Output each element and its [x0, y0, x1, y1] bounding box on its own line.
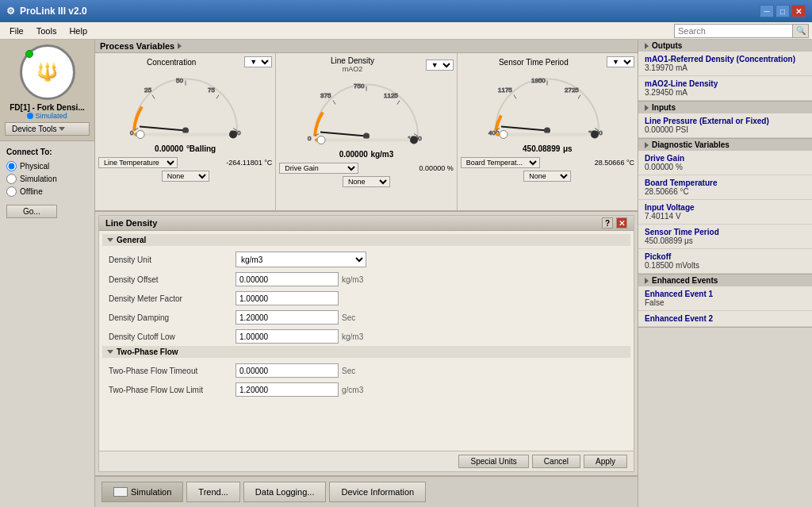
config-row-density-unit: Density Unit kg/m3	[102, 249, 630, 270]
diagnostic-label: Diagnostic Variables	[652, 140, 730, 149]
gauge-sensor-time-period-sub: Board Temperat... 28.50666 °C	[461, 157, 634, 168]
config-close-button[interactable]: ✕	[616, 217, 627, 229]
svg-rect-28	[315, 139, 418, 142]
device-tools-button[interactable]: Device Tools	[5, 122, 90, 136]
search-button[interactable]: 🔍	[793, 24, 809, 38]
density-offset-unit: kg/m3	[342, 275, 363, 284]
output-mao1-value: 3.19970 mA	[645, 63, 806, 72]
density-damping-input[interactable]	[236, 310, 339, 325]
config-row-density-cutoff-low: Density Cutoff Low kg/m3	[102, 327, 630, 346]
enhanced-event-1: Enhanced Event 1 False	[638, 286, 812, 311]
config-row-two-phase-timeout: Two-Phase Flow Timeout Sec	[102, 361, 630, 380]
trend-label: Trend...	[198, 487, 228, 497]
config-section-two-phase-flow[interactable]: Two-Phase Flow	[102, 346, 630, 358]
density-cutoff-low-input[interactable]	[236, 329, 339, 344]
config-section-general[interactable]: General	[102, 234, 630, 246]
svg-point-15	[229, 131, 237, 139]
diag-pickoff-value: 0.18500 mVolts	[645, 261, 806, 270]
output-mao2: mAO2-Line Density 3.29450 mA	[638, 76, 812, 101]
gauge-line-density-sub-select[interactable]: Drive Gain	[279, 163, 358, 174]
special-units-button[interactable]: Special Units	[458, 455, 528, 468]
svg-text:1175: 1175	[498, 86, 512, 94]
radio-physical[interactable]: Physical	[6, 161, 88, 171]
density-meter-factor-input[interactable]	[236, 291, 339, 305]
svg-line-33	[514, 95, 516, 99]
diag-input-voltage: Input Voltage 7.40114 V	[638, 200, 812, 225]
data-logging-button[interactable]: Data Logging...	[243, 482, 327, 502]
sim-dot-icon	[27, 113, 33, 119]
center-content: Process Variables Concentration ▼	[95, 40, 638, 507]
diag-drive-gain-value: 0.00000 %	[645, 163, 806, 171]
maximize-button[interactable]: □	[776, 5, 790, 17]
gauge-sensor-time-period: Sensor Time Period ▼ 400 1	[458, 53, 638, 210]
inputs-expand-icon	[645, 105, 649, 111]
svg-line-17	[333, 101, 335, 105]
enhanced-event-2: Enhanced Event 2	[638, 311, 812, 327]
trend-button[interactable]: Trend...	[186, 482, 240, 502]
density-unit-select[interactable]: kg/m3	[236, 252, 366, 267]
gauge-line-density-unit: mAO2	[279, 65, 425, 73]
gauge-sensor-time-period-none-select[interactable]: None	[523, 171, 571, 182]
svg-line-42	[501, 127, 547, 131]
diag-pickoff: Pickoff 0.18500 mVolts	[638, 249, 812, 274]
gauge-sensor-time-period-sub-select[interactable]: Board Temperat...	[461, 157, 540, 168]
radio-simulation[interactable]: Simulation	[6, 174, 88, 184]
inputs-header[interactable]: Inputs	[638, 102, 812, 113]
menu-help[interactable]: Help	[63, 25, 94, 37]
menu-tools[interactable]: Tools	[30, 25, 63, 37]
gauge-line-density-dropdown[interactable]: ▼	[426, 60, 454, 71]
diag-board-temp-value: 28.50666 °C	[645, 187, 806, 196]
gauge-concentration-sub-select[interactable]: Line Temperature	[98, 157, 178, 168]
gauge-line-density-title: Line Density	[279, 56, 425, 65]
outputs-header[interactable]: Outputs	[638, 40, 812, 52]
gauge-line-density-sub-value: 0.00000 %	[419, 164, 454, 172]
gauge-concentration-none-select[interactable]: None	[162, 171, 209, 182]
gauge-sensor-time-period-title: Sensor Time Period	[461, 58, 607, 67]
density-offset-label: Density Offset	[109, 275, 236, 284]
svg-point-11	[182, 128, 189, 134]
search-input[interactable]	[674, 24, 793, 38]
svg-text:0: 0	[130, 129, 134, 136]
go-button[interactable]: Go...	[6, 205, 57, 218]
cancel-button[interactable]: Cancel	[532, 455, 580, 468]
diagnostic-expand-icon	[645, 142, 649, 148]
enhanced-events-expand-icon	[645, 278, 649, 284]
simulation-label: Simulation	[131, 487, 171, 497]
svg-line-3	[216, 95, 219, 99]
svg-line-1	[152, 95, 155, 99]
gauge-sensor-time-period-dropdown[interactable]: ▼	[607, 56, 634, 67]
gauge-concentration-dropdown[interactable]: ▼	[244, 56, 272, 67]
line-density-config-panel: Line Density ? ✕ General Density Unit kg…	[98, 215, 634, 472]
config-help-button[interactable]: ?	[602, 217, 613, 229]
connection-status-dot	[25, 50, 33, 58]
search-bar: 🔍	[674, 24, 809, 38]
diagnostic-header[interactable]: Diagnostic Variables	[638, 139, 812, 151]
device-name: FD[1] - Fork Densi...	[5, 103, 90, 112]
config-title: Line Density	[105, 218, 157, 228]
apply-button[interactable]: Apply	[584, 455, 627, 468]
input-line-pressure-name: Line Pressure (External or Fixed)	[645, 117, 806, 125]
svg-text:2725: 2725	[565, 86, 579, 94]
app-title: ProLink III v2.0	[20, 6, 87, 17]
density-offset-input[interactable]	[236, 272, 339, 286]
gauge-line-density-none-select[interactable]: None	[343, 176, 390, 187]
simulation-button[interactable]: Simulation	[102, 482, 183, 502]
close-button[interactable]: ✕	[791, 5, 806, 17]
two-phase-timeout-input[interactable]	[236, 363, 339, 378]
enhanced-event-1-name: Enhanced Event 1	[645, 290, 806, 298]
device-mode: Simulated	[5, 112, 90, 120]
config-title-bar: Line Density ? ✕	[99, 216, 634, 231]
density-damping-unit: Sec	[342, 313, 355, 322]
enhanced-events-header[interactable]: Enhanced Events	[638, 275, 812, 286]
output-mao1: mAO1-Referred Density (Concentration) 3.…	[638, 52, 812, 76]
density-cutoff-low-label: Density Cutoff Low	[109, 332, 236, 341]
svg-point-46	[500, 131, 508, 139]
two-phase-low-limit-input[interactable]	[236, 382, 339, 397]
enhanced-events-section: Enhanced Events Enhanced Event 1 False E…	[638, 275, 812, 328]
diag-board-temp: Board Temperature 28.50666 °C	[638, 175, 812, 200]
device-information-button[interactable]: Device Information	[329, 482, 426, 502]
two-phase-timeout-label: Two-Phase Flow Timeout	[109, 367, 236, 375]
radio-offline[interactable]: Offline	[6, 186, 88, 197]
menu-file[interactable]: File	[3, 25, 30, 37]
minimize-button[interactable]: ─	[760, 5, 774, 17]
